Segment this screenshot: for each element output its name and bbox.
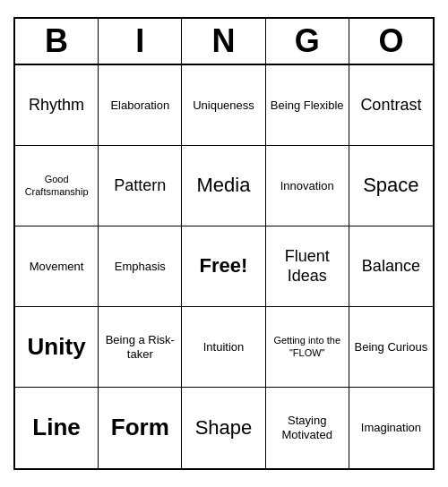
bingo-cell-21[interactable]: Form [99,388,182,468]
cell-text-16: Being a Risk-taker [102,333,177,361]
cell-text-19: Being Curious [355,340,428,355]
cell-text-4: Contrast [360,96,421,115]
bingo-cell-9[interactable]: Space [349,146,433,226]
cell-text-6: Pattern [114,176,166,196]
cell-text-5: Good Craftsmanship [19,174,94,197]
cell-text-1: Elaboration [110,98,169,113]
bingo-cell-15[interactable]: Unity [15,307,99,388]
header-g: G [266,19,349,64]
bingo-cell-5[interactable]: Good Craftsmanship [15,146,99,226]
bingo-cell-14[interactable]: Balance [349,226,433,307]
bingo-cell-8[interactable]: Innovation [266,146,349,226]
cell-text-12: Free! [200,254,248,278]
header-i: I [99,19,182,64]
bingo-cell-12[interactable]: Free! [182,226,265,307]
bingo-cell-17[interactable]: Intuition [182,307,265,388]
bingo-cell-22[interactable]: Shape [182,388,265,468]
bingo-cell-13[interactable]: Fluent Ideas [266,226,349,307]
cell-text-24: Imagination [361,421,421,435]
cell-text-20: Line [32,414,80,441]
bingo-cell-16[interactable]: Being a Risk-taker [99,307,182,388]
cell-text-3: Being Flexible [271,98,344,113]
cell-text-15: Unity [28,333,86,361]
cell-text-22: Shape [195,416,253,440]
bingo-grid: RhythmElaborationUniquenessBeing Flexibl… [15,65,433,468]
bingo-card: B I N G O RhythmElaborationUniquenessBei… [13,17,435,470]
bingo-cell-0[interactable]: Rhythm [15,65,99,146]
bingo-header: B I N G O [15,19,433,65]
bingo-cell-4[interactable]: Contrast [349,65,433,146]
bingo-cell-10[interactable]: Movement [15,226,99,307]
bingo-cell-2[interactable]: Uniqueness [182,65,265,146]
bingo-cell-3[interactable]: Being Flexible [266,65,349,146]
cell-text-9: Space [363,174,418,197]
bingo-cell-23[interactable]: Staying Motivated [266,388,349,468]
bingo-cell-18[interactable]: Getting into the "FLOW" [266,307,349,388]
bingo-cell-11[interactable]: Emphasis [99,226,182,307]
cell-text-18: Getting into the "FLOW" [270,335,345,358]
cell-text-21: Form [111,414,169,441]
cell-text-8: Innovation [280,179,334,193]
header-o: O [349,19,433,64]
bingo-cell-6[interactable]: Pattern [99,146,182,226]
bingo-cell-24[interactable]: Imagination [349,388,433,468]
bingo-cell-20[interactable]: Line [15,388,99,468]
cell-text-0: Rhythm [29,96,84,115]
bingo-cell-19[interactable]: Being Curious [349,307,433,388]
cell-text-14: Balance [362,257,420,277]
cell-text-11: Emphasis [115,260,166,274]
cell-text-17: Intuition [203,340,245,355]
cell-text-7: Media [197,174,251,197]
cell-text-13: Fluent Ideas [270,247,345,286]
bingo-cell-1[interactable]: Elaboration [99,65,182,146]
cell-text-2: Uniqueness [193,98,254,113]
cell-text-10: Movement [30,260,84,274]
cell-text-23: Staying Motivated [270,414,345,441]
bingo-cell-7[interactable]: Media [182,146,265,226]
header-b: B [15,19,99,64]
header-n: N [182,19,265,64]
